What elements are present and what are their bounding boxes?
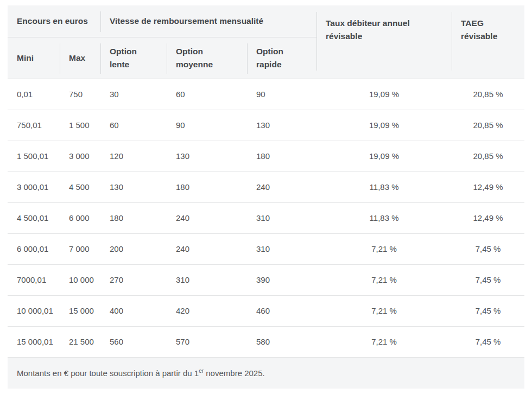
table-row: 1 500,013 00012013018019,09 %20,85 % <box>8 141 524 171</box>
table-cell: 90 <box>167 110 247 141</box>
table-cell: 7,45 % <box>452 264 524 295</box>
column-header-taux-debiteur: Taux débiteur annuel révisable <box>316 5 452 79</box>
column-header-option-moyenne: Option moyenne <box>167 37 247 79</box>
table-cell: 7 000 <box>60 233 100 264</box>
table-cell: 19,09 % <box>316 110 452 141</box>
table-cell: 3 000 <box>60 141 100 171</box>
table-cell: 7,21 % <box>316 264 452 295</box>
column-header-taeg-label: TAEG révisable <box>461 17 504 43</box>
table-body: 0,0175030609019,09 %20,85 %750,011 50060… <box>8 79 524 357</box>
table-cell: 4 500,01 <box>8 202 60 233</box>
table-cell: 240 <box>167 202 247 233</box>
table-cell: 90 <box>247 79 316 110</box>
table-cell: 580 <box>247 326 316 357</box>
table-cell: 11,83 % <box>316 202 452 233</box>
table-row: 10 000,0115 0004004204607,21 %7,45 % <box>8 295 524 326</box>
table-cell: 130 <box>100 171 167 202</box>
table-cell: 3 000,01 <box>8 171 60 202</box>
table-cell: 180 <box>167 171 247 202</box>
table-cell: 10 000,01 <box>8 295 60 326</box>
column-group-vitesse: Vitesse de remboursement mensualité <box>100 5 316 37</box>
table-row: 7000,0110 0002703103907,21 %7,45 % <box>8 264 524 295</box>
column-group-encours-label: Encours en euros <box>17 16 88 26</box>
table-cell: 19,09 % <box>316 79 452 110</box>
table-cell: 7,45 % <box>452 295 524 326</box>
table-cell: 15 000,01 <box>8 326 60 357</box>
table-cell: 240 <box>167 233 247 264</box>
table-cell: 420 <box>167 295 247 326</box>
column-group-encours: Encours en euros <box>8 5 100 37</box>
table-row: 3 000,014 50013018024011,83 %12,49 % <box>8 171 524 202</box>
table-header: Encours en euros Vitesse de remboursemen… <box>8 5 524 79</box>
table-cell: 6 000 <box>60 202 100 233</box>
column-header-max-label: Max <box>69 53 85 62</box>
table-cell: 120 <box>100 141 167 171</box>
table-cell: 0,01 <box>8 79 60 110</box>
footnote-prefix: Montants en € pour toute souscription à … <box>17 368 199 378</box>
table-cell: 20,85 % <box>452 110 524 141</box>
table-cell: 130 <box>247 110 316 141</box>
table-cell: 20,85 % <box>452 79 524 110</box>
table-cell: 1 500 <box>60 110 100 141</box>
table-cell: 200 <box>100 233 167 264</box>
table-cell: 310 <box>167 264 247 295</box>
table-row: 6 000,017 0002002403107,21 %7,45 % <box>8 233 524 264</box>
table-cell: 7000,01 <box>8 264 60 295</box>
footnote-superscript: er <box>199 368 204 374</box>
table-cell: 310 <box>247 233 316 264</box>
table-cell: 60 <box>100 110 167 141</box>
column-header-mini: Mini <box>8 37 60 79</box>
table-cell: 19,09 % <box>316 141 452 171</box>
table-cell: 310 <box>247 202 316 233</box>
table-cell: 460 <box>247 295 316 326</box>
table-cell: 390 <box>247 264 316 295</box>
column-header-taux-debiteur-label: Taux débiteur annuel révisable <box>326 17 421 43</box>
table-cell: 12,49 % <box>452 171 524 202</box>
column-header-taeg: TAEG révisable <box>452 5 524 79</box>
table-cell: 130 <box>167 141 247 171</box>
table-cell: 570 <box>167 326 247 357</box>
table-cell: 60 <box>167 79 247 110</box>
table-cell: 7,21 % <box>316 326 452 357</box>
column-header-max: Max <box>60 37 100 79</box>
column-group-vitesse-label: Vitesse de remboursement mensualité <box>110 16 263 26</box>
table-row: 750,011 500609013019,09 %20,85 % <box>8 110 524 141</box>
group-header-row: Encours en euros Vitesse de remboursemen… <box>8 5 524 37</box>
table-cell: 4 500 <box>60 171 100 202</box>
table-cell: 400 <box>100 295 167 326</box>
rates-table: Encours en euros Vitesse de remboursemen… <box>8 5 524 358</box>
column-header-option-lente: Option lente <box>100 37 167 79</box>
table-cell: 11,83 % <box>316 171 452 202</box>
column-header-option-rapide: Option rapide <box>247 37 316 79</box>
table-cell: 6 000,01 <box>8 233 60 264</box>
column-header-option-moyenne-label: Option moyenne <box>176 45 219 71</box>
table-cell: 7,45 % <box>452 233 524 264</box>
column-header-option-lente-label: Option lente <box>110 45 153 71</box>
table-row: 4 500,016 00018024031011,83 %12,49 % <box>8 202 524 233</box>
table-cell: 1 500,01 <box>8 141 60 171</box>
table-cell: 180 <box>100 202 167 233</box>
table-row: 0,0175030609019,09 %20,85 % <box>8 79 524 110</box>
table-cell: 560 <box>100 326 167 357</box>
column-header-mini-label: Mini <box>17 53 34 62</box>
rates-table-container: Encours en euros Vitesse de remboursemen… <box>8 5 524 389</box>
table-footnote: Montants en € pour toute souscription à … <box>8 358 524 389</box>
table-cell: 750,01 <box>8 110 60 141</box>
table-cell: 15 000 <box>60 295 100 326</box>
table-cell: 270 <box>100 264 167 295</box>
table-cell: 180 <box>247 141 316 171</box>
table-cell: 7,21 % <box>316 233 452 264</box>
table-cell: 20,85 % <box>452 141 524 171</box>
footnote-suffix: novembre 2025. <box>204 368 265 378</box>
table-row: 15 000,0121 5005605705807,21 %7,45 % <box>8 326 524 357</box>
table-cell: 750 <box>60 79 100 110</box>
table-cell: 21 500 <box>60 326 100 357</box>
table-cell: 7,21 % <box>316 295 452 326</box>
table-cell: 240 <box>247 171 316 202</box>
table-cell: 12,49 % <box>452 202 524 233</box>
column-header-option-rapide-label: Option rapide <box>256 45 300 71</box>
footnote-text: Montants en € pour toute souscription à … <box>17 368 265 378</box>
table-cell: 10 000 <box>60 264 100 295</box>
table-cell: 7,45 % <box>452 326 524 357</box>
table-cell: 30 <box>100 79 167 110</box>
